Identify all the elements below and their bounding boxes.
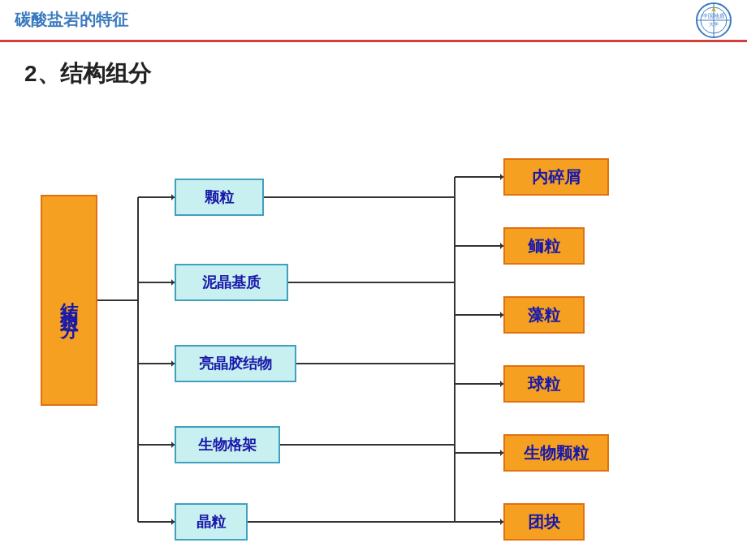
svg-text:中国地质: 中国地质 [702, 13, 725, 19]
section-title: 2、结构组分 [24, 58, 723, 89]
box-bio-frame: 生物格架 [175, 426, 280, 463]
box-lump: 团块 [503, 503, 585, 541]
box-intraclast: 内碎屑 [503, 158, 609, 196]
logo-icon: 中国地质 大学 [695, 2, 732, 39]
svg-text:大学: 大学 [709, 22, 719, 27]
diagram: 结构组分 颗粒 泥晶基质 亮晶胶结物 生物格架 晶粒 内碎屑 鲕粒 藻粒 球粒 [24, 114, 706, 560]
box-ooid: 鲕粒 [503, 227, 585, 265]
box-bioclast: 生物颗粒 [503, 434, 609, 472]
box-peloid: 球粒 [503, 365, 585, 403]
box-cement: 亮晶胶结物 [175, 345, 296, 382]
box-crystal: 晶粒 [175, 503, 248, 541]
page-title: 碳酸盐岩的特征 [15, 9, 128, 31]
main-content: 2、结构组分 [0, 42, 747, 560]
box-algae: 藻粒 [503, 296, 585, 334]
box-grains: 颗粒 [175, 179, 264, 216]
header: 碳酸盐岩的特征 中国地质 大学 [0, 0, 747, 42]
box-root: 结构组分 [41, 195, 97, 406]
box-mud: 泥晶基质 [175, 264, 288, 301]
